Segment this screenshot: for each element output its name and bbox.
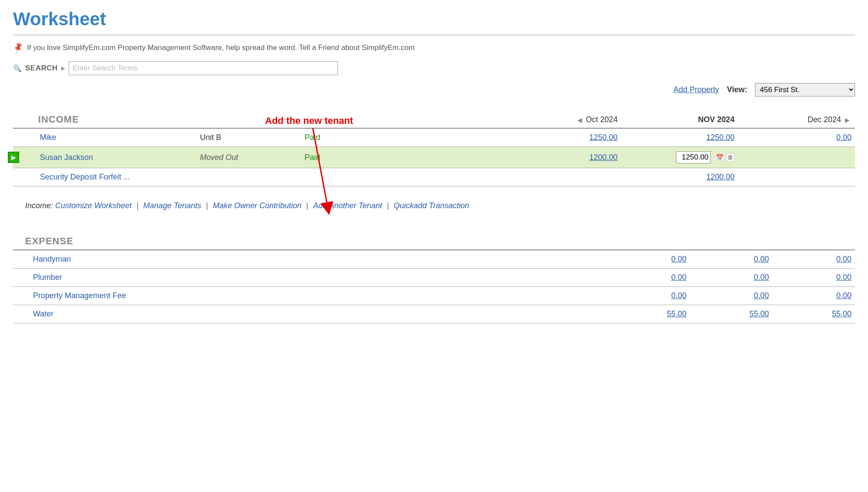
expense-row-water: Water 55.00 55.00 55.00 [13, 305, 855, 323]
divider [13, 35, 855, 35]
moved-out-label: Moved Out [200, 153, 238, 162]
amount-cell[interactable]: 1200.00 [590, 153, 618, 162]
manage-tenants-link[interactable]: Manage Tenants [143, 201, 201, 210]
amount-input[interactable] [676, 151, 711, 163]
amount-cell[interactable]: 1250.00 [706, 133, 735, 142]
calendar-icon[interactable]: 📅 [716, 153, 724, 162]
pin-icon: 📌 [11, 41, 24, 54]
search-row: 🔍 SEARCH ▶ [13, 61, 855, 75]
note-icon[interactable]: 🗎 [726, 153, 735, 162]
amount-cell[interactable]: 0.00 [836, 133, 851, 142]
expand-row-button[interactable]: ▶ [8, 152, 19, 163]
amount-cell[interactable]: 0.00 [671, 273, 686, 282]
annotation-text: Add the new tenant [265, 115, 353, 126]
caret-right-icon: ▶ [11, 154, 16, 161]
add-another-tenant-link[interactable]: Add Another Tenant [313, 201, 382, 210]
month-current-label: NOV 2024 [698, 115, 735, 124]
amount-cell[interactable]: 0.00 [754, 255, 769, 263]
income-row-deposit: Security Deposit Forfeit ... 1200.00 [13, 168, 855, 186]
amount-cell[interactable]: 55.00 [667, 309, 686, 318]
amount-cell[interactable]: 1200.00 [706, 173, 735, 181]
amount-cell[interactable]: 0.00 [671, 291, 686, 300]
search-icon: 🔍 [13, 64, 22, 73]
next-month-arrow-icon[interactable]: ▶ [843, 116, 851, 123]
search-label: SEARCH [25, 64, 58, 73]
income-action-links: Income: Customize Worksheet | Manage Ten… [25, 201, 855, 210]
income-links-label: Income: [25, 201, 53, 210]
add-property-link[interactable]: Add Property [673, 85, 719, 94]
view-select[interactable]: 456 First St. [755, 83, 855, 96]
expense-name-link[interactable]: Property Management Fee [33, 291, 126, 300]
expense-name-link[interactable]: Plumber [33, 273, 62, 282]
expense-table: Handyman 0.00 0.00 0.00 Plumber 0.00 0.0… [13, 250, 855, 323]
page-title: Worksheet [13, 9, 855, 30]
deposit-forfeit-link[interactable]: Security Deposit Forfeit ... [40, 173, 130, 181]
amount-cell[interactable]: 0.00 [836, 291, 851, 300]
income-table: INCOME ◀ Oct 2024 NOV 2024 Dec 2024 ▶ Mi… [13, 110, 855, 186]
income-section-header: INCOME [38, 114, 79, 125]
amount-cell[interactable]: 55.00 [832, 309, 851, 318]
promo-text: If you love SimplifyEm.com Property Mana… [27, 43, 415, 52]
expense-name-link[interactable]: Handyman [33, 255, 71, 263]
income-row-mike: Mike Unit B Paid 1250.00 1250.00 0.00 [13, 128, 855, 147]
month-prev-label: Oct 2024 [586, 115, 618, 124]
income-header-row: INCOME ◀ Oct 2024 NOV 2024 Dec 2024 ▶ [13, 110, 855, 128]
amount-cell[interactable]: 0.00 [671, 255, 686, 263]
search-input[interactable] [69, 61, 338, 75]
top-controls: Add Property View: 456 First St. [13, 83, 855, 96]
amount-cell[interactable]: 0.00 [836, 273, 851, 282]
tenant-name-link[interactable]: Mike [40, 133, 56, 142]
make-owner-contribution-link[interactable]: Make Owner Contribution [213, 201, 301, 210]
view-label: View: [727, 85, 747, 94]
customize-worksheet-link[interactable]: Customize Worksheet [55, 201, 132, 210]
status-paid: Paid [305, 153, 320, 162]
expense-row-handyman: Handyman 0.00 0.00 0.00 [13, 250, 855, 269]
quickadd-transaction-link[interactable]: Quickadd Transaction [394, 201, 469, 210]
promo-row: 📌 If you love SimplifyEm.com Property Ma… [13, 43, 855, 53]
amount-cell[interactable]: 0.00 [754, 273, 769, 282]
status-paid: Paid [305, 133, 320, 142]
month-next-label: Dec 2024 [808, 115, 841, 124]
expense-row-plumber: Plumber 0.00 0.00 0.00 [13, 269, 855, 287]
amount-cell[interactable]: 1250.00 [590, 133, 618, 142]
tenant-name-link[interactable]: Susan Jackson [40, 153, 93, 162]
amount-cell[interactable]: 55.00 [749, 309, 769, 318]
unit-label: Unit B [200, 133, 221, 142]
caret-right-icon: ▶ [61, 65, 65, 71]
amount-cell[interactable]: 0.00 [836, 255, 851, 263]
expense-name-link[interactable]: Water [33, 309, 53, 318]
expense-row-pmfee: Property Management Fee 0.00 0.00 0.00 [13, 287, 855, 305]
expense-section-header: EXPENSE [13, 232, 855, 250]
prev-month-arrow-icon[interactable]: ◀ [576, 116, 584, 123]
amount-cell[interactable]: 0.00 [754, 291, 769, 300]
income-row-susan: ▶ Susan Jackson Moved Out Paid 1200.00 📅… [13, 147, 855, 168]
